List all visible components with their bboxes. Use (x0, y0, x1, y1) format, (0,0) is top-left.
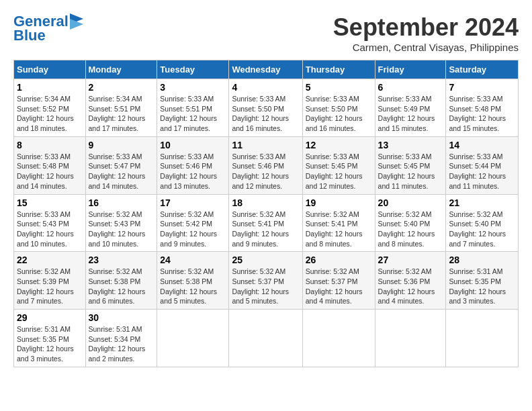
day-number: 17 (160, 197, 226, 208)
day-number: 22 (17, 255, 83, 265)
calendar-cell (229, 310, 302, 367)
location-title: Carmen, Central Visayas, Philippines (333, 42, 519, 53)
calendar-week-5: 29Sunrise: 5:31 AMSunset: 5:35 PMDayligh… (14, 310, 519, 367)
calendar-cell: 21Sunrise: 5:32 AMSunset: 5:40 PMDayligh… (446, 194, 519, 252)
day-info: Sunrise: 5:32 AMSunset: 5:39 PMDaylight:… (17, 267, 83, 306)
day-info: Sunrise: 5:32 AMSunset: 5:43 PMDaylight:… (89, 210, 154, 249)
calendar-cell: 18Sunrise: 5:32 AMSunset: 5:41 PMDayligh… (229, 194, 302, 252)
calendar-cell: 3Sunrise: 5:33 AMSunset: 5:51 PMDaylight… (157, 79, 229, 137)
col-header-saturday: Saturday (446, 60, 519, 79)
calendar-cell: 7Sunrise: 5:33 AMSunset: 5:48 PMDaylight… (446, 79, 519, 137)
day-number: 27 (378, 255, 443, 265)
day-info: Sunrise: 5:33 AMSunset: 5:46 PMDaylight:… (232, 152, 299, 191)
day-info: Sunrise: 5:32 AMSunset: 5:38 PMDaylight:… (89, 267, 154, 306)
calendar-cell: 11Sunrise: 5:33 AMSunset: 5:46 PMDayligh… (229, 136, 302, 194)
day-info: Sunrise: 5:33 AMSunset: 5:49 PMDaylight:… (378, 94, 443, 134)
day-number: 3 (160, 82, 226, 93)
day-info: Sunrise: 5:32 AMSunset: 5:40 PMDaylight:… (378, 210, 443, 249)
day-info: Sunrise: 5:33 AMSunset: 5:47 PMDaylight:… (89, 152, 154, 191)
col-header-friday: Friday (375, 60, 446, 79)
calendar-cell (375, 310, 446, 367)
calendar-cell: 8Sunrise: 5:33 AMSunset: 5:48 PMDaylight… (14, 136, 86, 194)
calendar-cell: 17Sunrise: 5:32 AMSunset: 5:42 PMDayligh… (157, 194, 229, 252)
day-info: Sunrise: 5:33 AMSunset: 5:43 PMDaylight:… (17, 210, 83, 249)
logo: General Blue (13, 13, 83, 44)
day-number: 8 (17, 140, 83, 150)
day-number: 6 (378, 82, 443, 93)
day-info: Sunrise: 5:32 AMSunset: 5:36 PMDaylight:… (378, 267, 443, 306)
calendar-cell: 2Sunrise: 5:34 AMSunset: 5:51 PMDaylight… (85, 79, 157, 137)
col-header-tuesday: Tuesday (157, 60, 229, 79)
col-header-wednesday: Wednesday (229, 60, 302, 79)
logo-icon (70, 13, 83, 30)
col-header-thursday: Thursday (302, 60, 375, 79)
calendar-cell: 9Sunrise: 5:33 AMSunset: 5:47 PMDaylight… (85, 136, 157, 194)
day-info: Sunrise: 5:33 AMSunset: 5:46 PMDaylight:… (160, 152, 226, 191)
day-number: 21 (449, 197, 515, 208)
day-number: 2 (89, 82, 154, 93)
day-info: Sunrise: 5:32 AMSunset: 5:41 PMDaylight:… (306, 210, 372, 249)
day-number: 15 (17, 197, 83, 208)
day-info: Sunrise: 5:32 AMSunset: 5:42 PMDaylight:… (160, 210, 226, 249)
day-number: 24 (160, 255, 226, 265)
calendar-cell: 16Sunrise: 5:32 AMSunset: 5:43 PMDayligh… (85, 194, 157, 252)
day-number: 25 (232, 255, 299, 265)
day-number: 9 (89, 140, 154, 150)
day-info: Sunrise: 5:33 AMSunset: 5:50 PMDaylight:… (306, 94, 372, 134)
day-info: Sunrise: 5:33 AMSunset: 5:50 PMDaylight:… (232, 94, 299, 134)
day-info: Sunrise: 5:32 AMSunset: 5:38 PMDaylight:… (160, 267, 226, 306)
day-number: 12 (306, 140, 372, 150)
day-info: Sunrise: 5:33 AMSunset: 5:51 PMDaylight:… (160, 94, 226, 134)
calendar-cell: 5Sunrise: 5:33 AMSunset: 5:50 PMDaylight… (302, 79, 375, 137)
day-info: Sunrise: 5:33 AMSunset: 5:48 PMDaylight:… (17, 152, 83, 191)
calendar-week-1: 1Sunrise: 5:34 AMSunset: 5:52 PMDaylight… (14, 79, 519, 137)
day-number: 10 (160, 140, 226, 150)
calendar-cell: 6Sunrise: 5:33 AMSunset: 5:49 PMDaylight… (375, 79, 446, 137)
day-number: 13 (378, 140, 443, 150)
day-info: Sunrise: 5:31 AMSunset: 5:34 PMDaylight:… (89, 324, 154, 364)
calendar-cell: 27Sunrise: 5:32 AMSunset: 5:36 PMDayligh… (375, 252, 446, 310)
day-number: 4 (232, 82, 299, 93)
calendar-cell: 1Sunrise: 5:34 AMSunset: 5:52 PMDaylight… (14, 79, 86, 137)
calendar-cell: 15Sunrise: 5:33 AMSunset: 5:43 PMDayligh… (14, 194, 86, 252)
day-number: 28 (449, 255, 515, 265)
calendar-week-2: 8Sunrise: 5:33 AMSunset: 5:48 PMDaylight… (14, 136, 519, 194)
header: General Blue September 2024 Carmen, Cent… (13, 13, 519, 53)
calendar-table: SundayMondayTuesdayWednesdayThursdayFrid… (13, 60, 519, 367)
day-info: Sunrise: 5:33 AMSunset: 5:48 PMDaylight:… (449, 94, 515, 134)
day-number: 16 (89, 197, 154, 208)
day-info: Sunrise: 5:31 AMSunset: 5:35 PMDaylight:… (17, 324, 83, 364)
day-info: Sunrise: 5:33 AMSunset: 5:45 PMDaylight:… (306, 152, 372, 191)
day-info: Sunrise: 5:32 AMSunset: 5:40 PMDaylight:… (449, 210, 515, 249)
day-info: Sunrise: 5:34 AMSunset: 5:51 PMDaylight:… (89, 94, 154, 134)
calendar-week-4: 22Sunrise: 5:32 AMSunset: 5:39 PMDayligh… (14, 252, 519, 310)
calendar-cell: 13Sunrise: 5:33 AMSunset: 5:45 PMDayligh… (375, 136, 446, 194)
day-number: 1 (17, 82, 83, 93)
col-header-monday: Monday (85, 60, 157, 79)
col-header-sunday: Sunday (14, 60, 86, 79)
calendar-cell: 30Sunrise: 5:31 AMSunset: 5:34 PMDayligh… (85, 310, 157, 367)
day-info: Sunrise: 5:32 AMSunset: 5:37 PMDaylight:… (232, 267, 299, 306)
day-number: 30 (89, 312, 154, 323)
calendar-header-row: SundayMondayTuesdayWednesdayThursdayFrid… (14, 60, 519, 79)
day-number: 5 (306, 82, 372, 93)
calendar-cell (446, 310, 519, 367)
day-number: 14 (449, 140, 515, 150)
calendar-cell: 26Sunrise: 5:32 AMSunset: 5:37 PMDayligh… (302, 252, 375, 310)
calendar-cell (302, 310, 375, 367)
calendar-cell: 14Sunrise: 5:33 AMSunset: 5:44 PMDayligh… (446, 136, 519, 194)
calendar-cell: 28Sunrise: 5:31 AMSunset: 5:35 PMDayligh… (446, 252, 519, 310)
calendar-cell: 20Sunrise: 5:32 AMSunset: 5:40 PMDayligh… (375, 194, 446, 252)
day-number: 23 (89, 255, 154, 265)
title-area: September 2024 Carmen, Central Visayas, … (333, 13, 519, 53)
day-number: 29 (17, 312, 83, 323)
calendar-cell: 24Sunrise: 5:32 AMSunset: 5:38 PMDayligh… (157, 252, 229, 310)
day-number: 18 (232, 197, 299, 208)
calendar-cell: 19Sunrise: 5:32 AMSunset: 5:41 PMDayligh… (302, 194, 375, 252)
calendar-cell: 12Sunrise: 5:33 AMSunset: 5:45 PMDayligh… (302, 136, 375, 194)
day-number: 26 (306, 255, 372, 265)
calendar-cell (157, 310, 229, 367)
calendar-cell: 25Sunrise: 5:32 AMSunset: 5:37 PMDayligh… (229, 252, 302, 310)
calendar-cell: 23Sunrise: 5:32 AMSunset: 5:38 PMDayligh… (85, 252, 157, 310)
day-info: Sunrise: 5:33 AMSunset: 5:44 PMDaylight:… (449, 152, 515, 191)
